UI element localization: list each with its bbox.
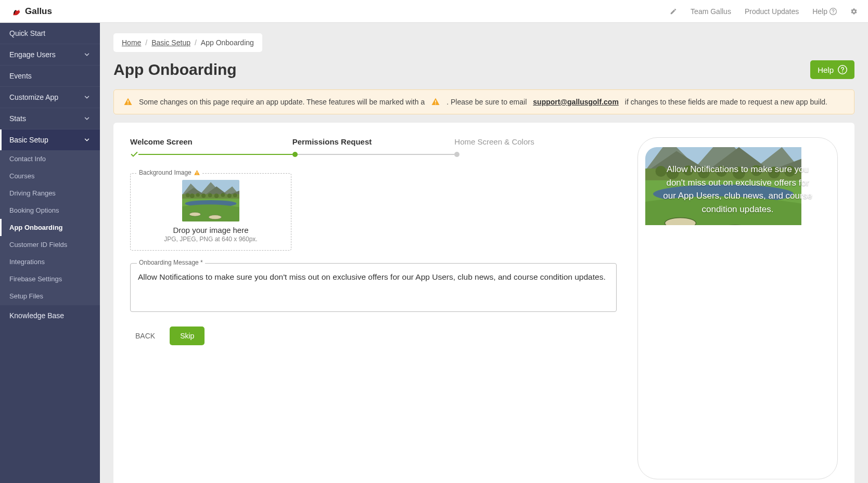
sidebar-sub-onboarding[interactable]: App Onboarding xyxy=(0,219,100,236)
sidebar-sub-booking[interactable]: Booking Options xyxy=(0,202,100,219)
step-permissions[interactable]: Permissions Request xyxy=(292,137,455,146)
phone-preview: Allow Notifications to make sure you don… xyxy=(637,137,838,479)
sidebar: Quick Start Engage Users Events Customiz… xyxy=(0,23,100,483)
update-alert: Some changes on this page require an app… xyxy=(113,89,854,114)
back-button[interactable]: BACK xyxy=(130,328,160,344)
breadcrumb: Home / Basic Setup / App Onboarding xyxy=(113,33,262,52)
sidebar-quick-start[interactable]: Quick Start xyxy=(0,23,100,44)
onboarding-message-group: Onboarding Message * xyxy=(130,263,617,312)
step-home-colors[interactable]: Home Screen & Colors xyxy=(454,137,617,146)
onboarding-message-input[interactable] xyxy=(138,271,609,302)
edit-icon[interactable] xyxy=(670,8,677,15)
topnav-updates[interactable]: Product Updates xyxy=(745,7,799,16)
sidebar-sub-contact[interactable]: Contact Info xyxy=(0,150,100,167)
support-email-link[interactable]: support@gallusgolf.com xyxy=(533,98,619,106)
dropzone-subtext: JPG, JPEG, PNG at 640 x 960px. xyxy=(138,236,284,243)
warning-icon xyxy=(123,97,133,107)
main-content: Home / Basic Setup / App Onboarding App … xyxy=(100,23,868,483)
help-button[interactable]: Help xyxy=(810,60,854,79)
step-welcome[interactable]: Welcome Screen xyxy=(130,137,292,146)
help-circle-icon xyxy=(838,65,847,74)
topbar: Gallus Team Gallus Product Updates Help xyxy=(0,0,868,23)
sidebar-customize[interactable]: Customize App xyxy=(0,87,100,108)
step-dot-icon xyxy=(292,152,298,157)
preview-card xyxy=(673,460,802,469)
sidebar-events[interactable]: Events xyxy=(0,66,100,86)
rooster-icon xyxy=(10,6,22,17)
dropzone-text: Drop your image here xyxy=(138,226,284,234)
check-icon xyxy=(130,150,138,159)
crumb-current: App Onboarding xyxy=(201,38,254,47)
sidebar-basic-setup[interactable]: Basic Setup xyxy=(0,129,100,150)
settings-icon[interactable] xyxy=(850,8,858,15)
topnav-help[interactable]: Help xyxy=(812,7,837,16)
topnav: Team Gallus Product Updates Help xyxy=(670,7,858,16)
warning-icon xyxy=(431,97,440,107)
sidebar-sub-firebase[interactable]: Firebase Settings xyxy=(0,270,100,288)
sidebar-stats[interactable]: Stats xyxy=(0,108,100,129)
background-image-group[interactable]: Background Image Drop your image here JP… xyxy=(130,173,291,251)
chevron-down-icon xyxy=(83,136,91,143)
brand-logo[interactable]: Gallus xyxy=(10,6,52,17)
sidebar-sub-setup-files[interactable]: Setup Files xyxy=(0,288,100,305)
chevron-down-icon xyxy=(83,51,91,58)
bg-image-thumbnail xyxy=(182,180,239,221)
page-title: App Onboarding xyxy=(113,61,237,79)
stepper: Welcome Screen Permissions Request xyxy=(130,137,617,158)
sidebar-sub-ranges[interactable]: Driving Ranges xyxy=(0,185,100,202)
chevron-down-icon xyxy=(83,94,91,101)
sidebar-engage[interactable]: Engage Users xyxy=(0,44,100,65)
message-legend: Onboarding Message * xyxy=(137,259,205,266)
warning-icon xyxy=(194,169,200,176)
brand-name: Gallus xyxy=(25,6,52,17)
chevron-down-icon xyxy=(83,115,91,122)
crumb-home[interactable]: Home xyxy=(122,38,141,47)
preview-text: Allow Notifications to make sure you don… xyxy=(645,147,830,216)
content-card: Welcome Screen Permissions Request xyxy=(113,123,854,483)
step-dot-icon xyxy=(454,152,459,157)
sidebar-kb[interactable]: Knowledge Base xyxy=(0,305,100,326)
bg-image-legend: Background Image xyxy=(137,169,202,176)
crumb-basic[interactable]: Basic Setup xyxy=(151,38,190,47)
sidebar-sub-integrations[interactable]: Integrations xyxy=(0,253,100,270)
skip-button[interactable]: Skip xyxy=(170,327,205,345)
sidebar-sub-courses[interactable]: Courses xyxy=(0,167,100,185)
topnav-team[interactable]: Team Gallus xyxy=(691,7,731,16)
sidebar-sub-customer-id[interactable]: Customer ID Fields xyxy=(0,236,100,253)
